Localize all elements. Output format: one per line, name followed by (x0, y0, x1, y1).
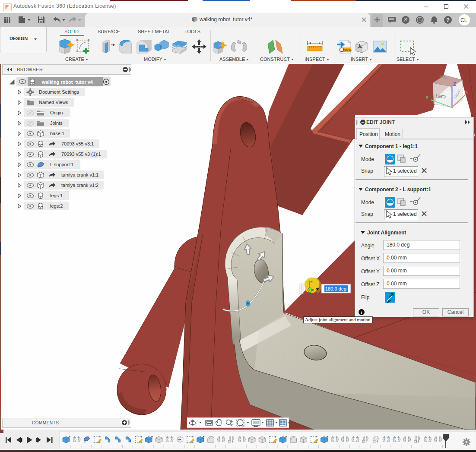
svg-text:Joints: Joints (50, 120, 63, 126)
svg-text:70093 v55 v3 (1):1: 70093 v55 v3 (1):1 (61, 152, 101, 157)
svg-text:legs:2: legs:2 (50, 203, 63, 209)
svg-text:tamiya crank v1:1: tamiya crank v1:1 (61, 172, 98, 177)
svg-text:Named Views: Named Views (39, 100, 68, 105)
svg-text:180.0 deg: 180.0 deg (325, 286, 346, 291)
svg-text:Z: Z (453, 81, 456, 87)
svg-text:base:1: base:1 (50, 131, 64, 136)
svg-text:legs:1: legs:1 (50, 193, 63, 198)
svg-text:walking robot tutor v4: walking robot tutor v4 (41, 79, 93, 85)
svg-text:Origin: Origin (50, 110, 63, 115)
svg-text:tamiya crank v1:2: tamiya crank v1:2 (61, 183, 98, 188)
svg-text:70093 v55 v3:1: 70093 v55 v3:1 (61, 141, 94, 146)
svg-text:L support:1: L support:1 (50, 162, 74, 167)
svg-text:X: X (465, 90, 468, 95)
svg-text:Document Settings: Document Settings (39, 89, 79, 95)
svg-text:Y: Y (425, 95, 429, 100)
